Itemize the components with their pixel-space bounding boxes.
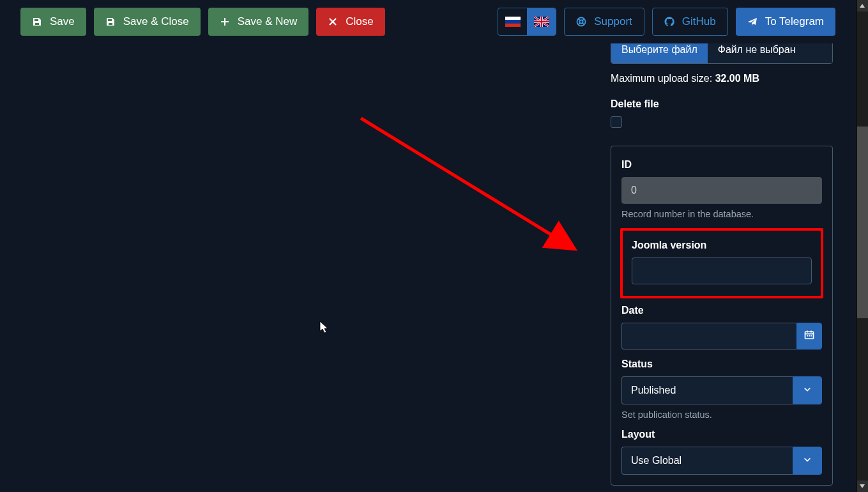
plus-icon [220, 17, 230, 27]
date-label: Date [621, 305, 822, 316]
scroll-down-button[interactable] [857, 480, 868, 492]
toolbar: Save Save & Close Save & New [0, 0, 856, 43]
joomla-version-label: Joomla version [632, 240, 812, 251]
window-scrollbar[interactable] [856, 0, 868, 492]
status-select-value: Published [621, 376, 793, 404]
layout-select[interactable]: Use Global [621, 447, 822, 475]
save-new-label: Save & New [238, 15, 298, 28]
lang-ru-button[interactable] [498, 8, 527, 35]
github-icon [664, 17, 674, 27]
id-label: ID [621, 159, 822, 171]
github-label: GitHub [682, 15, 716, 28]
delete-file-checkbox[interactable] [611, 116, 622, 128]
svg-line-17 [582, 22, 584, 24]
lifebuoy-icon [576, 17, 586, 27]
chevron-down-icon [803, 455, 812, 466]
main-content-area [0, 43, 598, 492]
id-help-text: Record number in the database. [621, 209, 822, 219]
highlighted-field-annotation: Joomla version [620, 228, 823, 298]
svg-marker-26 [860, 4, 865, 8]
status-select[interactable]: Published [621, 376, 822, 404]
language-switcher [498, 8, 556, 36]
choose-file-button[interactable]: Выберите файл [611, 43, 708, 63]
save-button-label: Save [50, 15, 75, 28]
scrollbar-track[interactable] [857, 12, 868, 480]
record-panel: ID Record number in the database. Joomla… [611, 146, 833, 486]
file-upload-group: Выберите файл Файл не выбран [611, 43, 833, 64]
file-status-text: Файл не выбран [708, 43, 832, 63]
save-icon [105, 17, 116, 27]
svg-marker-27 [860, 484, 865, 488]
github-button[interactable]: GitHub [652, 8, 728, 36]
flag-uk-icon [534, 17, 549, 27]
svg-rect-5 [505, 20, 521, 23]
max-upload-text: Maximum upload size: 32.00 MB [611, 73, 833, 84]
layout-select-value: Use Global [621, 447, 793, 475]
svg-line-16 [579, 22, 581, 24]
svg-line-15 [582, 19, 584, 20]
svg-rect-11 [534, 20, 549, 22]
status-label: Status [621, 358, 822, 370]
support-button[interactable]: Support [564, 8, 644, 36]
id-field [621, 177, 822, 204]
save-close-button[interactable]: Save & Close [94, 8, 201, 36]
lang-en-button[interactable] [527, 8, 556, 35]
date-picker-button[interactable] [796, 323, 822, 350]
svg-rect-1 [221, 21, 229, 22]
flag-ru-icon [505, 17, 521, 27]
telegram-button[interactable]: To Telegram [736, 8, 835, 36]
layout-select-caret[interactable] [793, 447, 822, 475]
status-select-caret[interactable] [793, 376, 822, 404]
scrollbar-thumb[interactable] [857, 127, 868, 318]
save-new-button[interactable]: Save & New [208, 8, 309, 36]
svg-rect-24 [811, 335, 812, 337]
telegram-icon [747, 17, 758, 27]
status-help-text: Set publication status. [621, 410, 822, 420]
save-close-label: Save & Close [123, 15, 189, 28]
telegram-label: To Telegram [765, 15, 824, 28]
save-button[interactable]: Save [20, 8, 86, 36]
close-icon [328, 17, 338, 27]
svg-line-14 [579, 19, 581, 20]
calendar-icon [804, 330, 814, 342]
chevron-down-icon [803, 385, 812, 396]
close-button[interactable]: Close [316, 8, 385, 36]
close-label: Close [346, 15, 373, 28]
save-icon [32, 17, 42, 27]
svg-rect-22 [807, 335, 808, 337]
svg-rect-23 [809, 335, 810, 337]
support-label: Support [594, 15, 632, 28]
sidebar-panel: Выберите файл Файл не выбран Maximum upl… [598, 43, 856, 492]
joomla-version-field[interactable] [632, 258, 812, 284]
date-field[interactable] [621, 323, 796, 350]
svg-rect-6 [505, 23, 521, 26]
delete-file-label: Delete file [611, 98, 833, 110]
scroll-up-button[interactable] [857, 0, 868, 12]
layout-label: Layout [621, 429, 822, 440]
svg-rect-4 [505, 17, 521, 20]
